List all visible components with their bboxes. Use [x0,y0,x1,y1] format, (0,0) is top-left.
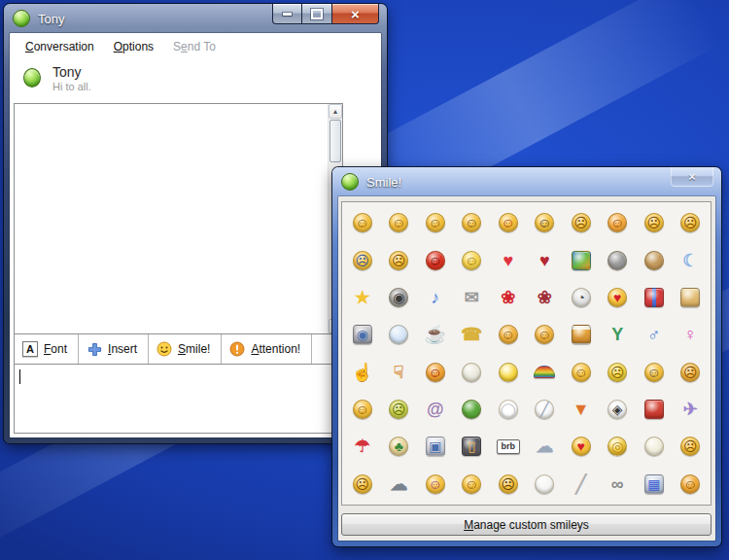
emoticon-coins[interactable]: ◎ [600,428,637,465]
emoticon-kissing-couple[interactable]: ♥ [563,428,600,465]
emoticon-heart[interactable]: ♥ [490,241,527,278]
emoticon-hug-left[interactable]: ☺ [490,316,527,353]
emoticon-tongue-out[interactable]: ☺ [490,204,527,241]
emoticon-bunny[interactable] [527,466,564,503]
emoticon-confused[interactable]: ☹ [636,204,673,241]
emoticon-handcuffs[interactable]: ∞ [600,466,637,503]
close-button[interactable]: × [671,167,713,187]
emoticon-sheep[interactable] [636,428,673,465]
emoticon-gift[interactable] [636,279,673,316]
emoticon-film-reel[interactable]: ◉ [381,279,418,316]
emoticon-beer-mug[interactable] [563,316,600,353]
manage-custom-smileys-button[interactable]: Manage custom smileys [341,513,712,536]
emoticon-open-mouthed-grin[interactable]: ☺ [381,204,418,241]
emoticon-neutral[interactable]: ☹ [563,204,600,241]
emoticon-thumbs-down[interactable]: ☟ [381,354,418,391]
emoticon-turtle[interactable] [454,391,491,428]
emoticon-sun[interactable] [490,354,527,391]
emoticon-camera[interactable]: ◉ [344,316,381,353]
emoticon-disappointed[interactable]: ☹ [381,241,418,278]
toolbar-button-font[interactable]: AFont [15,334,79,364]
emoticon-hug[interactable]: ☺ [673,466,710,503]
scrollbar-thumb[interactable] [330,120,341,162]
minimize-button[interactable] [272,4,301,24]
emoticon-brb-sign[interactable]: brb [490,428,527,465]
emoticon-bowl[interactable]: ╱ [527,391,564,428]
emoticon-eye-roll[interactable]: ☺ [454,466,491,503]
moon-icon: ☾ [680,251,700,270]
emoticon-rose[interactable]: ❀ [490,279,527,316]
maximize-button[interactable] [301,4,332,24]
emoticon-telephone[interactable]: ☎ [454,316,491,353]
emoticon-mobile-phone[interactable]: ▯ [454,428,491,465]
emoticon-coffee-cup[interactable]: ☕ [417,316,454,353]
emoticon-computer[interactable]: ▣ [417,428,454,465]
emoticon-email-envelope[interactable]: ✉ [454,279,491,316]
emoticon-blowing-kiss[interactable]: ♥ [600,279,637,316]
emoticon-music-note[interactable]: ♪ [417,279,454,316]
emoticon-umbrella[interactable]: ☂ [344,428,381,465]
emoticon-game-console[interactable]: ▦ [636,466,673,503]
emoticon-island-palm[interactable]: ♣ [381,428,418,465]
emoticon-crying[interactable]: ☹ [344,241,381,278]
emoticon-party[interactable]: ☺ [417,466,454,503]
emoticon-smile[interactable]: ☺ [344,204,381,241]
emoticon-rainbow[interactable] [527,354,564,391]
emoticon-thumbs-up[interactable]: ☝ [344,354,381,391]
close-button[interactable]: × [332,4,379,24]
emoticon-broken-heart[interactable]: ♥ [527,241,564,278]
emoticon-light-bulb[interactable] [381,316,418,353]
emoticon-nerd-glasses[interactable]: ☺ [636,354,673,391]
emoticon-cocktail[interactable]: Y [600,316,637,353]
emoticon-angel[interactable]: ☺ [454,241,491,278]
toolbar-button-label: Attention! [251,342,300,356]
emoticon-wilted-rose[interactable]: ❀ [527,279,564,316]
message-input[interactable] [15,365,342,433]
emoticon-dinner-plate[interactable]: ◯ [490,391,527,428]
smiley-title-bar[interactable]: Smile! [332,167,721,196]
emoticon-telling-secret[interactable]: ☺ [344,391,381,428]
emoticon-sick[interactable]: ☹ [381,391,418,428]
emoticon-female-symbol[interactable]: ♀ [673,316,710,353]
emoticon-birthday-cake[interactable] [673,279,710,316]
emoticon-yawn[interactable]: ☹ [490,466,527,503]
emoticon-airplane[interactable]: ✈ [673,391,710,428]
emoticon-nervous[interactable]: ☹ [600,354,637,391]
scroll-up-button[interactable]: ▲ [329,104,342,119]
menu-item-options[interactable]: Options [106,37,161,56]
toolbar-button-attention[interactable]: Attention! [222,334,312,364]
emoticon-dog[interactable] [636,241,673,278]
emoticon-cigarette[interactable]: ╱ [563,466,600,503]
emoticon-thinking[interactable]: ☹ [673,428,710,465]
emoticon-rain-cloud[interactable]: ☁ [527,428,564,465]
emoticon-sarcastic[interactable]: ☹ [673,354,710,391]
emoticon-butterfly[interactable] [563,241,600,278]
emoticon-vampire-grin[interactable]: ☺ [417,354,454,391]
emoticon-storm-cloud[interactable]: ☁ [381,466,418,503]
emoticon-moon[interactable]: ☾ [673,241,710,278]
bunny-icon [535,474,554,494]
message-history[interactable]: ▲ ▼ [15,104,342,334]
emoticon-sad[interactable]: ☹ [673,204,710,241]
emoticon-dont-tell-anyone[interactable]: ☺ [563,354,600,391]
emoticon-cat[interactable] [600,241,637,278]
toolbar-button-smile[interactable]: Smile! [149,334,222,364]
menu-item-conversation[interactable]: Conversation [17,37,102,56]
emoticon-devil[interactable]: ☺ [417,241,454,278]
emoticon-clock[interactable]: ◔ [563,279,600,316]
toolbar-button-insert[interactable]: Insert [79,334,149,364]
emoticon-snail[interactable]: @ [417,391,454,428]
emoticon-pizza-slice[interactable]: ▼ [563,391,600,428]
emoticon-goat[interactable] [454,354,491,391]
emoticon-surprised[interactable]: ☺ [454,204,491,241]
emoticon-cool-sunglasses[interactable]: ☺ [527,204,564,241]
emoticon-car[interactable] [636,391,673,428]
emoticon-hug-right[interactable]: ☺ [527,316,564,353]
emoticon-annoyed[interactable]: ☹ [344,466,381,503]
emoticon-soccer-ball[interactable]: ◈ [600,391,637,428]
emoticon-male-symbol[interactable]: ♂ [636,316,673,353]
emoticon-wink[interactable]: ☺ [417,204,454,241]
emoticon-embarrassed-blush[interactable]: ☺ [600,204,637,241]
hug-icon: ☺ [680,474,700,494]
emoticon-star[interactable]: ★ [344,279,381,316]
